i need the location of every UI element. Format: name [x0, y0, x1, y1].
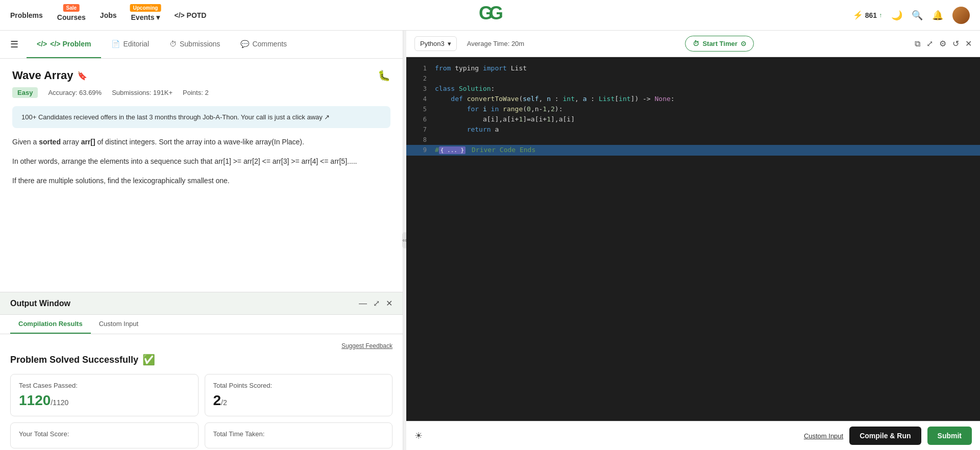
editor-actions: ⧉ ⤢ ⚙ ↺ ✕ — [915, 39, 972, 48]
tab-comments-label: Comments — [252, 40, 287, 48]
points-text: Points: 2 — [183, 89, 209, 96]
output-controls: — ⤢ ✕ — [359, 298, 393, 308]
start-timer-button[interactable]: ⏱ Start Timer ⊙ — [685, 36, 753, 52]
code-icon: </> — [37, 40, 47, 48]
nav-problems-label: Problems — [10, 11, 43, 19]
test-cases-card: Test Cases Passed: 1120/1120 — [10, 374, 199, 416]
theme-toggle-button[interactable]: ☀ — [414, 430, 423, 441]
nav-item-jobs[interactable]: Jobs — [100, 11, 117, 19]
clock-icon: ⏱ — [169, 40, 177, 48]
difficulty-badge: Easy — [12, 87, 38, 98]
tab-submissions-label: Submissions — [180, 40, 220, 48]
nav-jobs-label: Jobs — [100, 11, 117, 19]
nav-events-label: Events — [131, 13, 155, 21]
svg-text:G: G — [489, 3, 502, 23]
streak-count: 861 — [865, 11, 877, 19]
code-line-4: 4 def convertToWave(self, n : int, a : L… — [406, 94, 980, 104]
compile-run-button[interactable]: Compile & Run — [849, 427, 921, 445]
tab-editorial-label: Editorial — [123, 40, 149, 48]
bug-icon[interactable]: 🐛 — [378, 69, 390, 82]
top-navigation: Problems Sale Courses Jobs Upcoming Even… — [0, 0, 980, 31]
editor-toolbar: Python3 ▾ Average Time: 20m ⏱ Start Time… — [406, 31, 980, 57]
moon-icon[interactable]: 🌙 — [891, 10, 902, 21]
nav-potd-label: </> POTD — [174, 11, 206, 19]
tab-editorial[interactable]: 📄 Editorial — [101, 31, 159, 58]
hamburger-icon[interactable]: ☰ — [10, 31, 18, 58]
code-line-1: 1 from typing import List — [406, 63, 980, 73]
output-tab-custom[interactable]: Custom Input — [91, 315, 146, 334]
test-cases-label: Test Cases Passed: — [19, 382, 190, 389]
search-icon[interactable]: 🔍 — [912, 10, 923, 21]
check-circle-icon: ✅ — [142, 354, 155, 366]
points-number: 2 — [213, 392, 222, 408]
language-label: Python3 — [420, 40, 445, 47]
refresh-button[interactable]: ↺ — [952, 39, 959, 48]
maximize-button[interactable]: ⤢ — [373, 298, 380, 308]
points-label: Total Points Scored: — [213, 382, 384, 389]
problem-content: Wave Array 🔖 🐛 Easy Accuracy: 63.69% Sub… — [0, 59, 403, 292]
nav-item-courses[interactable]: Sale Courses — [57, 9, 86, 21]
time-card: Total Time Taken: — [205, 422, 393, 448]
score-card: Your Total Score: — [10, 422, 199, 448]
start-timer-label: Start Timer — [702, 40, 737, 47]
left-panel: ☰ </> </> Problem 📄 Editorial ⏱ Submissi… — [0, 31, 403, 450]
problem-tabs: ☰ </> </> Problem 📄 Editorial ⏱ Submissi… — [0, 31, 403, 59]
job-banner[interactable]: 100+ Candidates recieved offers in the l… — [12, 106, 390, 128]
avg-time-label: Average Time: 20m — [467, 40, 524, 47]
output-title: Output Window — [10, 299, 70, 308]
footer-actions: Custom Input Compile & Run Submit — [804, 427, 972, 445]
copy-button[interactable]: ⧉ — [915, 39, 920, 48]
success-message: Problem Solved Successfully ✅ — [10, 354, 393, 366]
nav-courses-label: Courses — [57, 13, 86, 21]
nav-item-events[interactable]: Upcoming Events ▾ — [131, 9, 160, 21]
score-label: Your Total Score: — [19, 430, 190, 438]
bell-icon[interactable]: 🔔 — [932, 10, 943, 21]
code-line-2: 2 — [406, 73, 980, 84]
minimize-button[interactable]: — — [359, 298, 367, 308]
output-tabs: Compilation Results Custom Input — [0, 315, 403, 334]
chevron-down-icon: ▾ — [448, 40, 451, 47]
timer-circle-icon: ⊙ — [741, 40, 746, 47]
avatar[interactable] — [952, 7, 970, 24]
custom-input-link[interactable]: Custom Input — [804, 432, 843, 440]
comment-icon: 💬 — [240, 40, 249, 48]
site-logo: G G — [478, 3, 502, 27]
points-card: Total Points Scored: 2/2 — [205, 374, 393, 416]
nav-left: Problems Sale Courses Jobs Upcoming Even… — [10, 9, 206, 21]
settings-button[interactable]: ⚙ — [939, 39, 946, 48]
close-button[interactable]: ✕ — [386, 298, 393, 308]
output-tab-compilation[interactable]: Compilation Results — [10, 315, 91, 334]
tab-problem-label: </> Problem — [50, 40, 91, 48]
bookmark-icon[interactable]: 🔖 — [77, 71, 87, 81]
code-line-7: 7 return a — [406, 124, 980, 135]
nav-item-potd[interactable]: </> POTD — [174, 11, 206, 19]
problem-title: Wave Array 🔖 — [12, 69, 87, 82]
tab-submissions[interactable]: ⏱ Submissions — [159, 31, 230, 58]
code-line-9: 9 #{ ... } Driver Code Ends — [406, 145, 980, 156]
expand-button[interactable]: ⤢ — [926, 39, 933, 48]
output-header: Output Window — ⤢ ✕ — [0, 292, 403, 315]
suggest-feedback-link[interactable]: Suggest Feedback — [341, 342, 393, 349]
submit-button[interactable]: Submit — [927, 427, 972, 445]
test-cases-total: /1120 — [51, 398, 68, 407]
language-selector[interactable]: Python3 ▾ — [414, 36, 457, 51]
doc-icon: 📄 — [111, 40, 120, 48]
tab-problem[interactable]: </> </> Problem — [27, 31, 101, 58]
chevron-down-icon: ▾ — [156, 13, 160, 21]
code-line-3: 3 class Solution: — [406, 84, 980, 94]
tab-comments[interactable]: 💬 Comments — [230, 31, 297, 58]
events-badge: Upcoming — [130, 4, 161, 12]
nav-item-problems[interactable]: Problems — [10, 11, 43, 19]
custom-tab-label: Custom Input — [99, 320, 138, 328]
right-panel: Python3 ▾ Average Time: 20m ⏱ Start Time… — [406, 31, 980, 450]
points-total: /2 — [221, 398, 227, 407]
code-editor[interactable]: 1 from typing import List 2 3 class Solu… — [406, 57, 980, 421]
time-label: Total Time Taken: — [213, 430, 384, 438]
streak-arrow-icon: ↑ — [879, 12, 882, 19]
compilation-tab-label: Compilation Results — [18, 320, 83, 328]
success-text: Problem Solved Successfully — [10, 355, 138, 365]
courses-badge: Sale — [63, 4, 80, 12]
test-cases-number: 1120 — [19, 392, 51, 408]
close-editor-button[interactable]: ✕ — [965, 39, 972, 48]
code-line-5: 5 for i in range(0,n-1,2): — [406, 104, 980, 114]
